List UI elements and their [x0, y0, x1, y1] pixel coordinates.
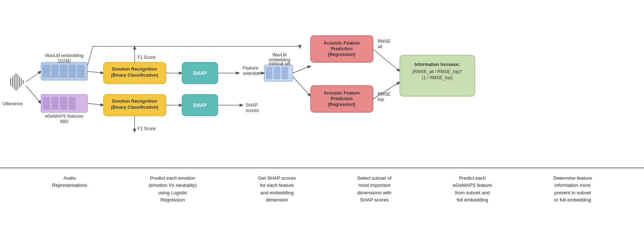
svg-text:SHAP: SHAP — [246, 103, 258, 108]
svg-rect-52 — [282, 67, 288, 79]
svg-text:RMSE: RMSE — [378, 39, 391, 44]
svg-rect-15 — [77, 65, 84, 78]
svg-text:Feature: Feature — [243, 66, 258, 71]
footer-area: Audio Representations Predict each emoti… — [0, 168, 644, 236]
svg-text:F1 Score: F1 Score — [137, 126, 156, 131]
svg-text:1024D: 1024D — [58, 58, 71, 63]
svg-text:(Binary Classification): (Binary Classification) — [111, 73, 158, 78]
svg-text:top: top — [378, 97, 384, 102]
svg-text:(1 / RMSE_top): (1 / RMSE_top) — [422, 75, 453, 80]
svg-rect-14 — [69, 65, 76, 78]
svg-text:F1 Score: F1 Score — [137, 55, 156, 60]
svg-rect-11 — [43, 65, 50, 78]
svg-text:Acoustic Feature: Acoustic Feature — [323, 41, 359, 46]
svg-text:minimal set: minimal set — [269, 61, 291, 66]
footer-item-5: Predict each eGeMAPS feature from subset… — [453, 175, 492, 204]
footer-text-1: Audio Representations — [52, 175, 87, 188]
svg-line-57 — [293, 66, 311, 73]
footer-text-4: Select subset of most important dimensio… — [357, 175, 392, 202]
svg-text:88D: 88D — [60, 119, 69, 124]
svg-text:RMSE: RMSE — [378, 92, 391, 97]
svg-text:WavLM: WavLM — [272, 52, 287, 57]
footer-item-4: Select subset of most important dimensio… — [357, 175, 392, 204]
svg-text:SHAP: SHAP — [193, 102, 207, 108]
svg-text:(Binary Classification): (Binary Classification) — [111, 105, 158, 110]
utterance-label: Utterance — [2, 101, 22, 106]
footer-text-3: Get SHAP scores for each feature and emb… — [258, 175, 296, 202]
svg-rect-19 — [43, 97, 50, 110]
svg-text:Prediction: Prediction — [331, 96, 352, 101]
svg-line-9 — [26, 86, 41, 103]
footer-text-5: Predict each eGeMAPS feature from subset… — [453, 175, 492, 202]
svg-text:(RMSE_all / RMSE_top)*: (RMSE_all / RMSE_top)* — [412, 69, 462, 74]
svg-line-25 — [87, 71, 104, 73]
svg-text:Emotion Recognition: Emotion Recognition — [112, 67, 157, 72]
footer-item-2: Predict each emotion (emotion Vs neutral… — [149, 175, 197, 204]
diagram-area: Utterance WavLM embedding 1024D eGeMAPS … — [0, 0, 644, 168]
svg-text:(Regression): (Regression) — [328, 102, 355, 107]
svg-text:scores: scores — [246, 108, 259, 113]
svg-rect-12 — [51, 65, 59, 78]
svg-rect-51 — [274, 67, 280, 79]
svg-text:(Regression): (Regression) — [328, 52, 355, 57]
footer-item-3: Get SHAP scores for each feature and emb… — [258, 175, 296, 204]
svg-line-65 — [373, 49, 400, 71]
svg-line-26 — [87, 103, 104, 105]
svg-rect-13 — [60, 65, 67, 78]
svg-text:Prediction: Prediction — [331, 46, 352, 51]
svg-text:SHAP: SHAP — [193, 70, 207, 76]
footer-text-2: Predict each emotion (emotion Vs neutral… — [149, 175, 197, 202]
svg-text:all: all — [378, 44, 382, 49]
svg-rect-22 — [69, 97, 76, 110]
svg-line-58 — [293, 77, 311, 96]
svg-rect-21 — [60, 97, 67, 110]
pipeline-svg: Utterance WavLM embedding 1024D eGeMAPS … — [0, 0, 644, 168]
svg-text:Emotion Recognition: Emotion Recognition — [112, 99, 157, 104]
footer-item-1: Audio Representations — [52, 175, 87, 189]
svg-line-8 — [26, 71, 41, 82]
svg-text:Acoustic Feature: Acoustic Feature — [323, 91, 359, 96]
svg-text:selection: selection — [243, 71, 260, 76]
svg-rect-50 — [266, 67, 272, 79]
svg-text:Information Increase:: Information Increase: — [414, 62, 460, 67]
svg-text:WavLM embedding: WavLM embedding — [45, 53, 83, 58]
svg-rect-20 — [51, 97, 59, 110]
footer-item-6: Determine feature information more prese… — [553, 175, 592, 204]
svg-text:eGeMAPS features: eGeMAPS features — [45, 114, 84, 119]
footer-text-6: Determine feature information more prese… — [553, 175, 592, 202]
